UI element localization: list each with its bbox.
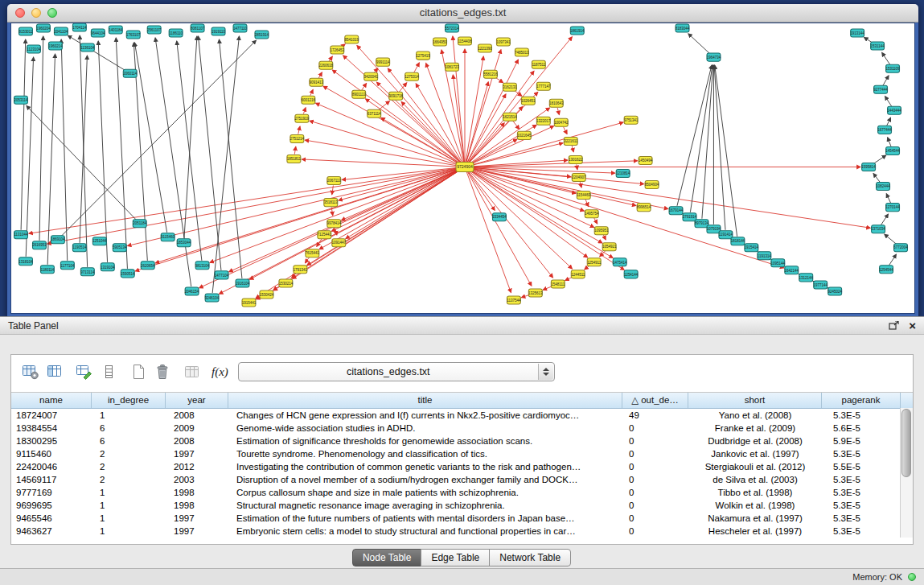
graph-node[interactable]: 1977144 [813, 281, 827, 289]
graph-node[interactable]: 1301622 [569, 155, 583, 163]
graph-node[interactable]: 8153011 [18, 27, 33, 35]
graph-node[interactable]: 1916104 [236, 279, 250, 287]
graph-node[interactable]: 1319104 [101, 263, 115, 271]
graph-node[interactable]: 1530424 [260, 290, 274, 299]
graph-node[interactable]: 1677444 [877, 126, 892, 134]
graph-node[interactable]: 1095144 [771, 259, 786, 267]
graph-node[interactable]: 1081723 [445, 63, 459, 71]
table-row[interactable]: 911546021997Tourette syndrome. Phenomeno… [11, 447, 913, 460]
graph-node[interactable]: 1642144 [785, 266, 799, 274]
graph-node[interactable]: 1454544 [885, 146, 900, 154]
graph-node[interactable]: 1495754 [585, 210, 599, 218]
graph-node[interactable]: 2561107 [147, 26, 162, 34]
graph-node[interactable]: 1131044 [14, 231, 28, 239]
graph-node[interactable]: 8901113 [352, 90, 366, 98]
graph-node[interactable]: 1726453 [331, 46, 345, 54]
graph-node[interactable]: 1851811 [287, 154, 302, 163]
graph-node[interactable]: 9751341 [624, 116, 639, 124]
graph-node[interactable]: 1221390 [478, 44, 492, 52]
graph-node[interactable]: 8081107 [191, 24, 205, 32]
graph-node[interactable]: 1763107 [126, 31, 141, 39]
minimize-window-button[interactable] [31, 8, 41, 18]
graph-node[interactable]: 1964734 [707, 53, 721, 61]
graph-node[interactable]: 9277444 [873, 85, 888, 93]
graph-node[interactable]: 1270144 [885, 204, 900, 212]
graph-node[interactable]: 1777147 [536, 82, 551, 90]
graph-node[interactable]: 1818144 [731, 237, 745, 245]
graph-node[interactable]: 1275314 [405, 72, 419, 80]
graph-node[interactable]: 1177104 [60, 262, 75, 270]
graph-node[interactable]: 1325613 [528, 289, 543, 297]
tab-node-table[interactable]: Node Table [352, 549, 422, 566]
graph-node[interactable]: 1137544 [507, 296, 521, 304]
zoom-window-button[interactable] [47, 8, 57, 18]
graph-node[interactable]: 5572314 [445, 24, 459, 32]
graph-node[interactable]: 1595814 [861, 163, 876, 171]
graph-node[interactable]: 1919110 [211, 27, 226, 35]
graph-node[interactable]: 6001216 [302, 96, 316, 104]
graph-node[interactable]: 1254144 [624, 270, 639, 278]
graph-node[interactable]: 2616951 [32, 241, 47, 249]
graph-node[interactable]: 1401184 [109, 26, 123, 34]
graph-node[interactable]: 1210814 [616, 170, 630, 178]
graph-node[interactable]: 1082444 [876, 183, 890, 191]
graph-node[interactable]: 9246104 [205, 294, 220, 302]
graph-node[interactable]: 1021645 [517, 131, 532, 139]
tab-network-table[interactable]: Network Table [489, 549, 571, 566]
graph-node[interactable]: 2046154 [185, 287, 199, 295]
graph-node[interactable]: 2053114 [14, 96, 28, 104]
float-panel-icon[interactable] [889, 321, 899, 331]
network-canvas[interactable]: 9724904185181127512142751919600121690914… [11, 23, 914, 313]
graph-node[interactable]: 1322017 [536, 117, 551, 125]
graph-node[interactable]: 9115460 [161, 233, 175, 241]
graph-node[interactable]: 1530214 [279, 279, 294, 287]
graph-node[interactable]: 9813104 [195, 262, 210, 270]
graph-node[interactable]: 6772004 [893, 244, 908, 252]
graph-node[interactable]: 1664950 [433, 38, 447, 46]
graph-node[interactable]: 5905134 [113, 244, 127, 252]
graph-node[interactable]: 2060114 [123, 69, 138, 77]
graph-node[interactable]: 8183044 [676, 24, 690, 32]
table-scrollbar[interactable] [900, 408, 913, 538]
graph-node[interactable]: 1477104 [215, 271, 229, 279]
graph-node[interactable]: 1913144 [850, 29, 864, 37]
graph-node[interactable]: 1187511 [532, 60, 545, 68]
graph-node[interactable]: 1443444 [887, 106, 901, 114]
graph-node[interactable]: 1254911 [587, 258, 602, 266]
graph-node[interactable]: 1960204 [36, 24, 51, 32]
graph-node[interactable]: 1244511 [571, 270, 585, 278]
graph-node[interactable]: 1191414 [719, 231, 733, 239]
graph-node[interactable]: 1318104 [18, 257, 33, 266]
graph-node[interactable]: 2204907 [572, 174, 586, 182]
graph-node[interactable]: 1548111 [551, 280, 565, 288]
graph-node[interactable]: 1254544 [879, 266, 893, 274]
graph-node[interactable]: 9724904 [456, 162, 474, 171]
close-panel-icon[interactable]: × [909, 320, 916, 332]
table-row[interactable]: 1872400712008Changes of HCN gene express… [11, 409, 913, 422]
row-height-button[interactable] [97, 361, 119, 382]
graph-node[interactable]: 1704114 [72, 23, 87, 31]
column-header-short[interactable]: short [688, 393, 822, 408]
graph-node[interactable]: 3221611 [564, 137, 578, 145]
graph-node[interactable]: 2751919 [295, 114, 310, 122]
graph-node[interactable]: 2851914 [255, 31, 269, 39]
tab-edge-table[interactable]: Edge Table [421, 549, 490, 566]
table-row[interactable]: 969969511998Structural magnetic resonanc… [11, 499, 913, 512]
graph-node[interactable]: 3162131 [503, 83, 517, 91]
table-settings-button[interactable] [19, 361, 41, 382]
window-titlebar[interactable]: citations_edges.txt [7, 4, 918, 23]
graph-node[interactable]: 6371114 [368, 109, 381, 117]
graph-node[interactable]: 1861914 [570, 27, 585, 35]
graph-node[interactable]: 2751214 [290, 134, 305, 142]
column-header-in-degree[interactable]: in_degree [92, 393, 166, 408]
graph-node[interactable]: 1590514 [121, 270, 135, 278]
table-row[interactable]: 977716911998Corpus callosum shape and si… [11, 486, 913, 499]
graph-node[interactable]: 1154408 [458, 37, 472, 45]
graph-node[interactable]: 8541019 [345, 35, 359, 43]
table-row[interactable]: 1830029562008Estimation of significance … [11, 435, 913, 447]
graph-node[interactable]: 9091413 [310, 78, 324, 86]
graph-node[interactable]: 1026451 [521, 97, 536, 105]
graph-node[interactable]: 1531144 [871, 42, 885, 50]
column-header-pagerank[interactable]: pagerank [822, 393, 901, 408]
graph-node[interactable]: 1853044 [177, 239, 191, 247]
